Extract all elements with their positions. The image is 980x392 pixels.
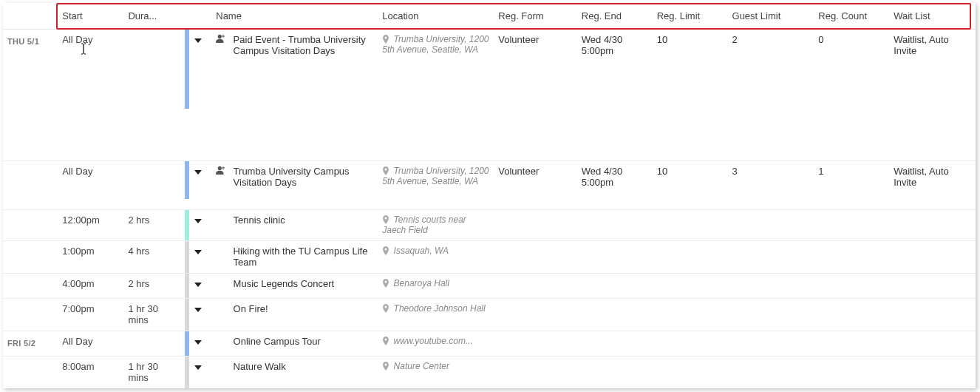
reglimit-cell — [653, 331, 728, 356]
waitlist-cell — [889, 274, 976, 299]
event-name[interactable]: On Fire! — [229, 299, 378, 331]
reglimit-cell — [653, 241, 728, 274]
regend-cell — [577, 331, 653, 356]
table-row[interactable]: All DayTrumba University Campus Visitati… — [3, 161, 976, 210]
table-row[interactable]: THU 5/1All DayPaid Event - Trumba Univer… — [3, 30, 976, 161]
duration-cell — [123, 30, 185, 161]
caret-down-icon[interactable] — [194, 38, 202, 43]
location-cell: Trumba University, 1200 5th Avenue, Seat… — [378, 30, 494, 161]
col-reglimit[interactable]: Reg. Limit — [653, 3, 728, 30]
waitlist-cell — [889, 299, 976, 331]
waitlist-cell — [889, 356, 976, 389]
regform-cell — [494, 241, 576, 274]
caret-down-icon[interactable] — [194, 219, 202, 223]
expand-caret[interactable] — [190, 356, 212, 389]
reglimit-cell — [653, 274, 728, 299]
guestlimit-cell — [728, 210, 814, 241]
table-row[interactable]: 1:00pm4 hrsHiking with the TU Campus Lif… — [3, 241, 976, 274]
event-name[interactable]: Nature Walk — [229, 356, 378, 389]
expand-caret[interactable] — [190, 274, 212, 299]
events-table: Start Dura... Name Location Reg. Form Re… — [3, 3, 976, 388]
caret-down-icon[interactable] — [194, 250, 202, 254]
event-name[interactable]: Paid Event - Trumba University Campus Vi… — [229, 30, 378, 161]
regend-cell — [577, 299, 653, 331]
col-location[interactable]: Location — [378, 3, 494, 30]
event-type-icon — [211, 356, 228, 389]
start-cell: All Day — [58, 331, 123, 356]
guestlimit-cell: 3 — [728, 161, 814, 210]
col-regend[interactable]: Reg. End — [577, 3, 653, 30]
waitlist-cell — [889, 241, 976, 274]
regend-cell — [577, 274, 653, 299]
duration-cell: 4 hrs — [123, 241, 185, 274]
regcount-cell: 1 — [814, 161, 889, 210]
col-name[interactable]: Name — [211, 3, 378, 30]
duration-cell — [123, 331, 185, 356]
day-label — [3, 161, 58, 210]
map-pin-icon — [382, 278, 391, 288]
duration-cell: 2 hrs — [123, 274, 185, 299]
col-waitlist[interactable]: Wait List — [889, 3, 976, 30]
start-cell: 1:00pm — [58, 241, 123, 274]
location-cell: Benaroya Hall — [378, 274, 494, 299]
expand-caret[interactable] — [190, 331, 212, 356]
map-pin-icon — [382, 303, 391, 314]
col-start[interactable]: Start — [58, 3, 123, 30]
event-type-icon — [211, 274, 228, 299]
location-cell: Trumba University, 1200 5th Avenue, Seat… — [378, 161, 494, 210]
regform-cell — [494, 274, 576, 299]
table-row[interactable]: 4:00pm2 hrsMusic Legends Concert Benaroy… — [3, 274, 976, 299]
location-cell: www.youtube.com... — [378, 331, 494, 356]
caret-down-icon[interactable] — [194, 340, 202, 345]
regend-cell — [577, 356, 653, 389]
regcount-cell — [814, 356, 889, 389]
regcount-cell — [814, 241, 889, 274]
event-name[interactable]: Online Campus Tour — [229, 331, 378, 356]
event-name[interactable]: Tennis clinic — [229, 210, 378, 241]
col-regform[interactable]: Reg. Form — [494, 3, 576, 30]
start-cell: 4:00pm — [58, 274, 123, 299]
col-duration[interactable]: Dura... — [123, 3, 185, 30]
table-row[interactable]: FRI 5/2All DayOnline Campus Tour www.you… — [3, 331, 976, 356]
col-regcount[interactable]: Reg. Count — [814, 3, 889, 30]
start-cell: 8:00am — [58, 356, 123, 389]
duration-cell: 1 hr 30 mins — [123, 356, 185, 389]
event-type-icon — [211, 331, 228, 356]
regcount-cell — [814, 331, 889, 356]
caret-down-icon[interactable] — [194, 308, 202, 312]
start-cell: All Day — [58, 30, 123, 161]
waitlist-cell: Waitlist, Auto Invite — [889, 161, 976, 210]
expand-caret[interactable] — [190, 30, 212, 161]
day-label — [3, 241, 58, 274]
event-name[interactable]: Trumba University Campus Visitation Days — [229, 161, 378, 210]
day-label: THU 5/1 — [3, 30, 58, 161]
reglimit-cell: 10 — [653, 161, 728, 210]
event-name[interactable]: Hiking with the TU Campus Life Team — [229, 241, 378, 274]
map-pin-icon — [382, 214, 391, 225]
regend-cell — [577, 210, 653, 241]
guestlimit-cell — [728, 356, 814, 389]
regform-cell — [494, 299, 576, 331]
expand-caret[interactable] — [190, 161, 212, 210]
day-label — [3, 210, 58, 241]
caret-down-icon[interactable] — [194, 365, 202, 370]
waitlist-cell: Waitlist, Auto Invite — [889, 30, 976, 161]
reglimit-cell — [653, 356, 728, 389]
expand-caret[interactable] — [190, 299, 212, 331]
reglimit-cell — [653, 210, 728, 241]
table-row[interactable]: 7:00pm1 hr 30 minsOn Fire! Theodore John… — [3, 299, 976, 331]
day-label: FRI 5/2 — [3, 331, 58, 356]
guestlimit-cell — [728, 241, 814, 274]
table-row[interactable]: 8:00am1 hr 30 minsNature Walk Nature Cen… — [3, 356, 976, 389]
guestlimit-cell: 2 — [728, 30, 814, 161]
event-type-icon — [211, 30, 228, 161]
regend-cell — [577, 241, 653, 274]
table-row[interactable]: 12:00pm2 hrsTennis clinic Tennis courts … — [3, 210, 976, 241]
expand-caret[interactable] — [190, 210, 212, 241]
event-name[interactable]: Music Legends Concert — [229, 274, 378, 299]
caret-down-icon[interactable] — [194, 170, 202, 175]
caret-down-icon[interactable] — [194, 283, 202, 287]
expand-caret[interactable] — [190, 241, 212, 274]
regform-cell: Volunteer — [494, 30, 576, 161]
col-guestlimit[interactable]: Guest Limit — [728, 3, 814, 30]
